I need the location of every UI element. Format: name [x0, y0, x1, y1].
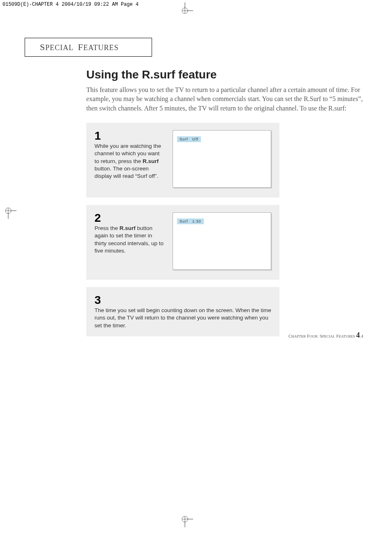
step-number: 2: [95, 212, 164, 224]
step-2: 2 Press the R.surf button again to set t…: [86, 205, 279, 280]
step-3: 3 The time you set will begin counting d…: [86, 287, 279, 336]
step-body: While you are watching the channel to wh…: [95, 143, 164, 180]
tv-screen-mock: Surf Off: [173, 130, 271, 188]
step-body: Press the R.surf button again to set the…: [95, 225, 164, 255]
page-title: Using the R.surf feature: [86, 68, 370, 81]
page-footer: CHAPTER FOUR: SPECIAL FEATURES 4.4: [288, 331, 363, 340]
tv-screen-mock: Surf 1:30: [173, 212, 271, 270]
step-number: 1: [95, 130, 164, 142]
step-1: 1 While you are watching the channel to …: [86, 123, 279, 198]
step-body: The time you set will begin counting dow…: [95, 307, 271, 329]
intro-paragraph: This feature allows you to set the TV to…: [86, 85, 370, 113]
section-header-text: SPECIAL FEATURES: [40, 42, 119, 53]
surf-indicator: Surf Off: [177, 136, 201, 142]
surf-indicator: Surf 1:30: [177, 218, 204, 224]
step-number: 3: [95, 294, 271, 306]
section-header-box: SPECIAL FEATURES: [25, 38, 152, 57]
preprint-header: 01509D(E)-CHAPTER 4 2004/10/19 09:22 AM …: [0, 0, 392, 9]
